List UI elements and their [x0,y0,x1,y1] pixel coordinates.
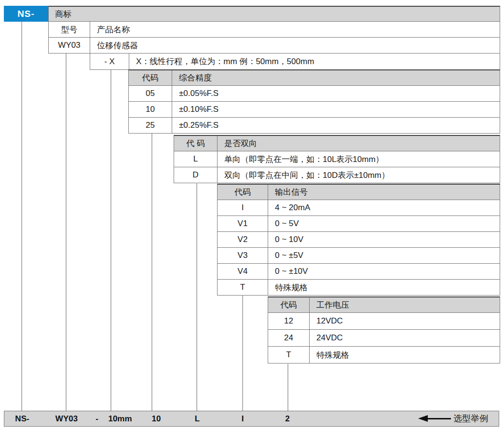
connector-line [242,296,243,411]
arrow-shaft [427,418,451,419]
example-segment: NS- [15,411,29,426]
model-code: WY03 [58,40,80,50]
table-row: L 单向（即零点在一端，如：10L表示10mm） [174,151,500,167]
accuracy-table: 代码 综合精度 05 ±0.05%F.S 10 ±0.10%F.S 25 ±0.… [128,69,500,134]
table-row: 12 12VDC [268,313,500,330]
stroke-code-cell: - X [90,54,129,69]
stroke-desc: X：线性行程，单位为：mm 例：50mm，500mm [136,56,314,67]
table-row: V4 0 ~ ±10V [217,264,500,280]
model-header-row: 型号 产品名称 [48,21,500,38]
series-prefix-label: NS- [17,9,35,19]
connector-line [151,134,152,411]
table-row: 05 ±0.05%F.S [128,86,500,102]
table-row: 10 ±0.10%F.S [128,102,500,118]
table-row: D 双向（即零点在中间，如：10D表示±10mm） [174,167,500,183]
connector-line [196,183,197,411]
voltage-code-header: 代码 [281,299,297,310]
stroke-desc-cell: X：线性行程，单位为：mm 例：50mm，500mm [129,54,500,69]
example-segment: WY03 [55,411,78,426]
output-value-header: 输出信号 [275,187,308,198]
table-row: 25 ±0.25%F.S [128,118,500,134]
connector-line [110,70,111,411]
model-value-row: WY03 位移传感器 [48,37,500,54]
example-segment: - [95,411,98,426]
product-name: 位移传感器 [97,40,138,51]
example-bar-label: 选型举例 [453,411,488,426]
voltage-value-header: 工作电压 [316,299,349,310]
accuracy-code-header: 代码 [142,72,159,83]
direction-table-header: 代 码 是否双向 [174,135,500,151]
trademark-label: 商标 [55,9,71,20]
example-segment: 10mm [108,411,132,426]
stroke-row: - X X：线性行程，单位为：mm 例：50mm，500mm [90,53,500,70]
table-row: I 4 ~ 20mA [217,200,500,216]
output-table-header: 代码 输出信号 [217,184,500,200]
direction-code-header: 代 码 [186,138,205,149]
example-segment: I [242,411,244,426]
connector-line [21,22,22,411]
product-label: 产品名称 [97,24,130,35]
accuracy-value-header: 综合精度 [179,72,212,83]
model-code-cell: WY03 [49,38,90,53]
example-segment: 2 [285,411,289,426]
series-prefix-box: NS- [4,6,48,22]
table-row: V2 0 ~ 10V [217,232,500,248]
model-selection-diagram: NS- 商标 型号 产品名称 WY03 位移传感器 - X X：线性行程，单位为… [0,0,504,431]
table-row: T 特殊规格 [268,347,500,364]
left-arrow-icon [418,415,428,422]
table-row: T 特殊规格 [217,280,500,296]
accuracy-table-header: 代码 综合精度 [128,69,500,86]
example-segment: L [195,411,200,426]
table-row: V1 0 ~ 5V [217,216,500,232]
product-name-cell: 位移传感器 [90,38,500,53]
direction-value-header: 是否双向 [224,138,257,149]
example-code-bar: NS- WY03 - 10mm 10 L I 2 选型举例 [4,411,499,427]
voltage-table-header: 代码 工作电压 [268,296,500,313]
direction-table: 代 码 是否双向 L 单向（即零点在一端，如：10L表示10mm） D 双向（即… [174,135,500,183]
model-label-cell: 型号 [49,22,90,37]
trademark-header: 商标 [48,6,500,22]
table-row: V3 0 ~ ±5V [217,248,500,264]
connector-line [66,54,67,411]
output-signal-table: 代码 输出信号 I 4 ~ 20mA V1 0 ~ 5V V2 0 ~ 10V … [217,184,500,296]
example-segment: 10 [152,411,161,426]
voltage-table: 代码 工作电压 12 12VDC 24 24VDC T 特殊规格 [268,296,500,364]
model-label: 型号 [61,24,78,35]
connector-line [287,363,288,411]
table-row: 24 24VDC [268,330,500,347]
output-code-header: 代码 [234,187,251,198]
product-label-cell: 产品名称 [90,22,500,37]
stroke-code: - X [104,57,115,67]
